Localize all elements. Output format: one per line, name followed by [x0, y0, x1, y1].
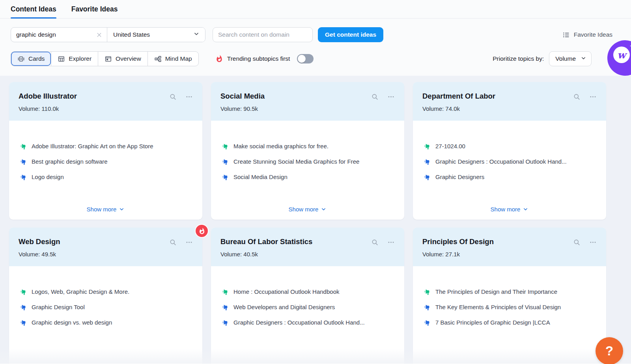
idea-text: Graphic Designers : Occupational Outlook…: [233, 318, 365, 327]
search-topic-icon[interactable]: [371, 239, 379, 246]
idea-item[interactable]: Make social media graphics for free.: [220, 142, 395, 151]
megaphone-icon: [422, 142, 430, 150]
megaphone-icon: [19, 158, 26, 165]
idea-item[interactable]: 7 Basic Principles of Graphic Design |LC…: [422, 318, 597, 327]
view-explorer-button[interactable]: Explorer: [51, 52, 98, 66]
domain-search-input[interactable]: [213, 27, 313, 42]
more-options-icon[interactable]: [185, 239, 193, 246]
top-tab-bar: Content Ideas Favorite Ideas: [0, 0, 631, 19]
idea-item[interactable]: Web Developers and Digital Designers: [220, 303, 395, 312]
tab-content-ideas[interactable]: Content Ideas: [11, 0, 56, 18]
idea-item[interactable]: The Key Elements & Principles of Visual …: [422, 303, 597, 312]
show-more-button[interactable]: Show more: [289, 206, 327, 214]
idea-text: Graphic Designers : Occupational Outlook…: [435, 157, 567, 166]
trending-subtopics-toggle[interactable]: [297, 54, 314, 63]
idea-item[interactable]: Graphic Designers: [422, 173, 597, 181]
idea-item[interactable]: Adobe Illustrator: Graphic Art on the Ap…: [19, 142, 193, 151]
idea-item[interactable]: Graphic Designers : Occupational Outlook…: [422, 157, 597, 166]
megaphone-icon: [220, 319, 228, 326]
megaphone-icon: [220, 288, 228, 295]
search-topic-icon[interactable]: [573, 239, 581, 246]
show-more-button[interactable]: Show more: [87, 206, 125, 214]
prioritize-select[interactable]: Volume: [549, 51, 592, 66]
explorer-icon: [58, 55, 65, 63]
megaphone-icon: [19, 319, 26, 326]
idea-item[interactable]: Logos, Web, Graphic Design & More.: [19, 287, 193, 296]
more-options-icon[interactable]: [589, 93, 597, 101]
favorite-ideas-label: Favorite Ideas: [574, 31, 612, 38]
overview-icon: [105, 55, 112, 63]
topic-title: Adobe Illustrator: [19, 92, 193, 101]
idea-item[interactable]: The Principles of Design and Their Impor…: [422, 287, 597, 296]
assistant-monogram: w: [617, 50, 626, 60]
country-select[interactable]: United States: [107, 28, 205, 42]
prioritize-label: Prioritize topics by:: [493, 55, 544, 62]
cards-grid: Adobe Illustrator Volume: 110.0k Adobe I…: [9, 82, 606, 364]
topic-card-web-design: Web Design Volume: 49.5k Logos, Web, Gra…: [9, 228, 202, 364]
idea-item[interactable]: Create Stunning Social Media Graphics fo…: [220, 157, 395, 166]
search-topic-icon[interactable]: [169, 239, 177, 246]
megaphone-icon: [19, 288, 26, 295]
flame-icon: [215, 55, 223, 63]
view-explorer-label: Explorer: [69, 55, 91, 62]
clear-keyword-icon[interactable]: [95, 31, 103, 39]
idea-item[interactable]: Best graphic design software: [19, 157, 193, 166]
view-cards-button[interactable]: Cards: [11, 52, 51, 66]
view-mindmap-button[interactable]: Mind Map: [147, 52, 198, 66]
topic-volume: Volume: 49.5k: [19, 251, 193, 258]
show-more-label: Show more: [87, 206, 117, 213]
chevron-down-icon: [193, 31, 200, 39]
view-overview-button[interactable]: Overview: [98, 52, 147, 66]
idea-item[interactable]: 27-1024.00: [422, 142, 597, 151]
idea-text: The Key Elements & Principles of Visual …: [435, 303, 561, 312]
card-body: The Principles of Design and Their Impor…: [413, 266, 606, 364]
topic-card-principles-of-design: Principles Of Design Volume: 27.1k The P…: [413, 228, 606, 364]
megaphone-icon: [422, 303, 430, 311]
megaphone-icon: [422, 173, 430, 181]
idea-text: Home : Occupational Outlook Handbook: [233, 287, 339, 296]
tab-favorite-ideas[interactable]: Favorite Ideas: [71, 0, 118, 18]
topic-volume: Volume: 74.0k: [422, 105, 597, 112]
search-topic-icon[interactable]: [169, 93, 177, 101]
tab-favorite-ideas-label: Favorite Ideas: [71, 5, 118, 13]
list-icon: [562, 31, 570, 39]
favorite-ideas-link[interactable]: Favorite Ideas: [562, 31, 612, 39]
more-options-icon[interactable]: [387, 93, 395, 101]
card-body: 27-1024.00 Graphic Designers : Occupatio…: [413, 121, 606, 220]
idea-item[interactable]: Logo design: [19, 173, 193, 181]
megaphone-icon: [220, 142, 228, 150]
topic-cards-area: Adobe Illustrator Volume: 110.0k Adobe I…: [0, 76, 631, 364]
idea-item[interactable]: Graphic Designers : Occupational Outlook…: [220, 318, 395, 327]
search-topic-icon[interactable]: [371, 93, 379, 101]
sparkle-icon: ✦: [629, 43, 631, 50]
card-header: Web Design Volume: 49.5k: [9, 228, 202, 266]
get-content-ideas-button[interactable]: Get content ideas: [318, 27, 383, 42]
card-header: Bureau Of Labor Statistics Volume: 40.5k: [211, 228, 404, 266]
topic-card-department-of-labor: Department Of Labor Volume: 74.0k 27-102…: [413, 82, 606, 220]
idea-item[interactable]: Graphic Design Tool: [19, 303, 193, 312]
idea-item[interactable]: Social Media Design: [220, 173, 395, 181]
more-options-icon[interactable]: [387, 239, 395, 246]
idea-item[interactable]: Home : Occupational Outlook Handbook: [220, 287, 395, 296]
card-header: Social Media Volume: 90.5k: [211, 82, 404, 121]
trending-subtopics-label: Trending subtopics first: [227, 55, 290, 62]
view-overview-label: Overview: [116, 55, 141, 62]
more-options-icon[interactable]: [589, 239, 597, 246]
trending-badge-icon: [195, 224, 209, 238]
search-topic-icon[interactable]: [573, 93, 581, 101]
view-mindmap-label: Mind Map: [165, 55, 192, 62]
search-group: United States: [11, 27, 205, 42]
help-button[interactable]: ?: [596, 337, 623, 364]
idea-text: Graphic design vs. web design: [32, 318, 112, 327]
show-more-button[interactable]: Show more: [491, 206, 529, 214]
view-switcher: Cards Explorer Overview Mind Map: [11, 51, 199, 66]
idea-item[interactable]: Graphic design vs. web design: [19, 318, 193, 327]
keyword-input[interactable]: [16, 31, 95, 38]
show-more-label: Show more: [289, 206, 319, 213]
trending-subtopics-control: Trending subtopics first: [215, 54, 314, 63]
more-options-icon[interactable]: [185, 93, 193, 101]
idea-text: 27-1024.00: [435, 142, 465, 151]
help-question-mark: ?: [605, 343, 613, 358]
topic-title: Bureau Of Labor Statistics: [220, 237, 395, 246]
prioritize-control: Prioritize topics by: Volume: [493, 51, 592, 66]
